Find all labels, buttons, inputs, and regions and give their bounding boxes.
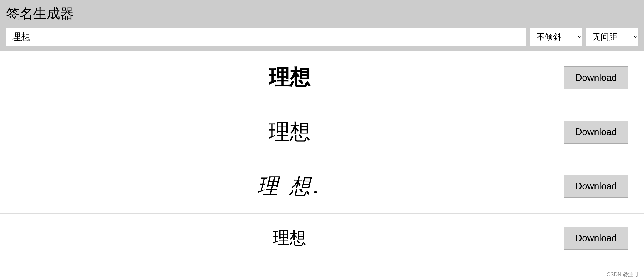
slant-select[interactable]: 不倾斜 左倾斜 右倾斜: [530, 28, 582, 46]
signature-row-2: 理想 Download: [0, 105, 644, 159]
controls-row: 不倾斜 左倾斜 右倾斜 无间距 小间距 中间距 大间距: [6, 28, 638, 46]
signature-display-1: 理想: [16, 64, 564, 92]
signature-row-1: 理想 Download: [0, 51, 644, 105]
signature-list: 理想 Download 理想 Download 理 想. Download 理想…: [0, 51, 644, 263]
header: 签名生成器 不倾斜 左倾斜 右倾斜 无间距 小间距 中间距 大间距: [0, 0, 644, 51]
download-button-2[interactable]: Download: [564, 121, 628, 144]
signature-display-3: 理 想.: [16, 172, 564, 200]
download-button-1[interactable]: Download: [564, 66, 628, 89]
signature-row-4: 理想 Download: [0, 214, 644, 263]
download-button-4[interactable]: Download: [564, 227, 628, 250]
signature-input[interactable]: [6, 28, 526, 46]
signature-display-2: 理想: [16, 118, 564, 146]
signature-display-4: 理想: [16, 227, 564, 249]
spacing-select[interactable]: 无间距 小间距 中间距 大间距: [586, 28, 638, 46]
footer-text: CSDN @注 于: [607, 271, 640, 278]
download-button-3[interactable]: Download: [564, 175, 628, 198]
signature-row-3: 理 想. Download: [0, 159, 644, 214]
page-title: 签名生成器: [6, 5, 638, 23]
